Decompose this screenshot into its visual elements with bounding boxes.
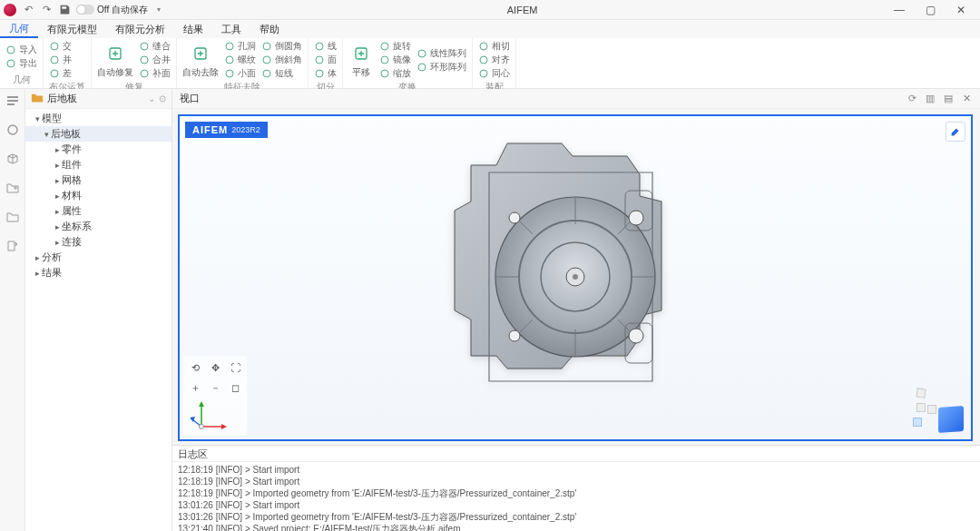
ribbon-螺纹[interactable]: 螺纹 bbox=[224, 54, 256, 66]
menu-有限元分析[interactable]: 有限元分析 bbox=[106, 20, 174, 38]
ribbon-旋转[interactable]: 旋转 bbox=[379, 40, 411, 53]
vp-split-v-icon[interactable]: ▥ bbox=[924, 93, 936, 104]
ribbon-孔洞[interactable]: 孔洞 bbox=[224, 40, 256, 53]
redo-icon[interactable]: ↷ bbox=[40, 4, 53, 16]
ribbon-对齐[interactable]: 对齐 bbox=[478, 54, 510, 66]
tree-caret-icon[interactable]: ▸ bbox=[53, 192, 62, 201]
tree-collapse-icon[interactable]: ⌄ bbox=[148, 93, 155, 103]
tree-caret-icon[interactable]: ▸ bbox=[53, 176, 62, 185]
ribbon-交[interactable]: 交 bbox=[49, 40, 72, 53]
ribbon-导入[interactable]: 导入 bbox=[5, 44, 37, 56]
defeature-icon bbox=[189, 42, 212, 65]
menu-帮助[interactable]: 帮助 bbox=[250, 20, 289, 38]
navcube-main-icon[interactable] bbox=[938, 406, 964, 433]
tree-item-材料[interactable]: ▸材料 bbox=[25, 188, 172, 203]
fit-view-icon[interactable]: ⛶ bbox=[227, 359, 243, 376]
nav-cube[interactable] bbox=[900, 379, 965, 434]
undo-icon[interactable]: ↶ bbox=[22, 4, 34, 16]
tree-item-结果[interactable]: ▸结果 bbox=[25, 265, 172, 280]
menu-工具[interactable]: 工具 bbox=[212, 20, 250, 38]
ribbon-同心[interactable]: 同心 bbox=[478, 67, 510, 80]
vp-tool-icon[interactable] bbox=[946, 122, 965, 142]
ribbon-平移[interactable]: 平移 bbox=[348, 42, 374, 79]
menu-几何[interactable]: 几何 bbox=[0, 20, 38, 38]
tree-item-模型[interactable]: ▾模型 bbox=[25, 111, 172, 126]
navcube-face-icon[interactable] bbox=[913, 418, 922, 427]
svg-point-20 bbox=[381, 43, 388, 50]
mirror-icon bbox=[379, 54, 390, 65]
ribbon-体[interactable]: 体 bbox=[314, 67, 337, 80]
ribbon-自动修复[interactable]: 自动修复 bbox=[97, 42, 133, 79]
ribbon-group-变换: 平移旋转镜像缩放线性阵列环形阵列变换 bbox=[343, 38, 473, 88]
pan-view-icon[interactable]: ✥ bbox=[207, 359, 223, 376]
vp-close-icon[interactable]: ✕ bbox=[960, 93, 973, 104]
tree-item-连接[interactable]: ▸连接 bbox=[25, 234, 172, 250]
ribbon-补面[interactable]: 补面 bbox=[139, 67, 171, 80]
zoom-out-icon[interactable]: － bbox=[207, 379, 223, 396]
tree-caret-icon[interactable]: ▾ bbox=[42, 130, 51, 139]
rotate-view-icon[interactable]: ⟲ bbox=[187, 359, 203, 376]
vp-split-h-icon[interactable]: ▤ bbox=[942, 93, 955, 104]
ribbon-面[interactable]: 面 bbox=[314, 54, 337, 66]
tree-caret-icon[interactable]: ▸ bbox=[33, 269, 42, 278]
tree-item-分析[interactable]: ▸分析 bbox=[25, 250, 172, 265]
navcube-face-icon[interactable] bbox=[916, 403, 926, 412]
navcube-face-icon[interactable] bbox=[916, 388, 926, 398]
tree-item-坐标系[interactable]: ▸坐标系 bbox=[25, 219, 172, 234]
brand-badge: AIFEM 2023R2 bbox=[185, 122, 268, 138]
ribbon-倒斜角[interactable]: 倒斜角 bbox=[261, 54, 302, 66]
strip-model-icon[interactable] bbox=[5, 93, 21, 109]
ribbon-合并[interactable]: 合并 bbox=[139, 54, 171, 66]
tree-caret-icon[interactable]: ▸ bbox=[33, 253, 42, 262]
log-body[interactable]: 12:18:19 [INFO] > Start import12:18:19 [… bbox=[172, 462, 980, 531]
navcube-face-icon[interactable] bbox=[927, 405, 936, 414]
tree-item-属性[interactable]: ▸属性 bbox=[25, 203, 172, 219]
vp-refresh-icon[interactable]: ⟳ bbox=[906, 93, 918, 104]
ribbon-小面[interactable]: 小面 bbox=[224, 67, 256, 80]
viewport-tab[interactable]: 视口 bbox=[180, 92, 200, 105]
save-icon[interactable] bbox=[58, 4, 71, 16]
tree-settings-icon[interactable]: ⊙ bbox=[159, 93, 166, 103]
tree-item-网格[interactable]: ▸网格 bbox=[25, 172, 172, 188]
menu-结果[interactable]: 结果 bbox=[174, 20, 212, 38]
strip-export-icon[interactable] bbox=[5, 238, 21, 254]
tree-item-零件[interactable]: ▸零件 bbox=[25, 142, 172, 157]
minimize-button[interactable]: — bbox=[884, 0, 915, 20]
tree-item-后地板[interactable]: ▾后地板 bbox=[25, 126, 172, 142]
tree-caret-icon[interactable]: ▸ bbox=[53, 145, 62, 154]
ribbon-自动去除[interactable]: 自动去除 bbox=[182, 42, 219, 79]
tangent-icon bbox=[478, 41, 489, 52]
ribbon-并[interactable]: 并 bbox=[49, 54, 72, 66]
ribbon-相切[interactable]: 相切 bbox=[478, 40, 510, 53]
ribbon-导出[interactable]: 导出 bbox=[5, 57, 37, 70]
close-button[interactable]: ✕ bbox=[946, 0, 976, 20]
ribbon-短线[interactable]: 短线 bbox=[261, 67, 302, 80]
strip-param-icon[interactable] bbox=[5, 122, 21, 138]
ribbon-镜像[interactable]: 镜像 bbox=[379, 54, 411, 66]
autosave-toggle[interactable]: Off 自动保存 bbox=[76, 4, 148, 16]
ribbon-缩放[interactable]: 缩放 bbox=[379, 67, 411, 80]
log-line: 13:01:26 [INFO] > Start import bbox=[178, 499, 975, 511]
tree-caret-icon[interactable]: ▸ bbox=[53, 161, 62, 170]
tree-caret-icon[interactable]: ▸ bbox=[53, 207, 62, 216]
tree-caret-icon[interactable]: ▸ bbox=[53, 238, 62, 247]
ribbon-倒圆角[interactable]: 倒圆角 bbox=[261, 40, 302, 53]
tree-caret-icon[interactable]: ▸ bbox=[53, 222, 62, 231]
menu-有限元模型[interactable]: 有限元模型 bbox=[38, 20, 106, 38]
box-zoom-icon[interactable]: ◻ bbox=[227, 379, 243, 396]
strip-cube-icon[interactable] bbox=[5, 151, 21, 167]
strip-folder-add-icon[interactable] bbox=[5, 180, 21, 196]
ribbon-差[interactable]: 差 bbox=[49, 67, 72, 80]
viewport[interactable]: AIFEM 2023R2 bbox=[178, 114, 973, 441]
maximize-button[interactable]: ▢ bbox=[915, 0, 946, 20]
ribbon-缝合[interactable]: 缝合 bbox=[139, 40, 171, 53]
zoom-in-icon[interactable]: ＋ bbox=[187, 379, 203, 396]
ribbon-线性阵列[interactable]: 线性阵列 bbox=[416, 47, 466, 60]
ribbon-环形阵列[interactable]: 环形阵列 bbox=[416, 61, 466, 74]
strip-folder-icon[interactable] bbox=[5, 209, 21, 225]
ribbon-线[interactable]: 线 bbox=[314, 40, 337, 53]
tree-caret-icon[interactable]: ▾ bbox=[33, 114, 42, 123]
tree-item-组件[interactable]: ▸组件 bbox=[25, 157, 172, 172]
face-icon bbox=[314, 54, 325, 65]
svg-point-27 bbox=[480, 70, 487, 77]
